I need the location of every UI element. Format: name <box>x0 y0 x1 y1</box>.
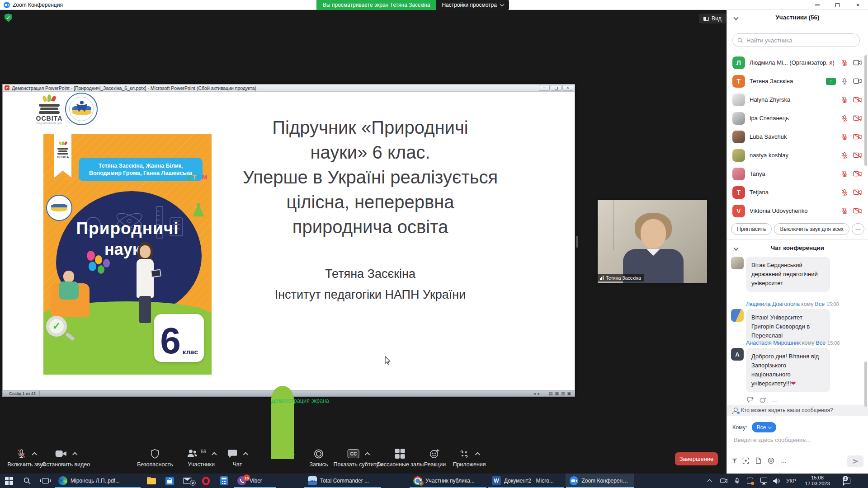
security-shield-icon[interactable]: ✓ <box>5 14 12 22</box>
participant-row[interactable]: V Viktoriia Udovychenko <box>727 202 868 220</box>
tray-volume-icon[interactable] <box>770 474 782 488</box>
more-icon[interactable]: … <box>781 457 787 464</box>
task-view-button[interactable] <box>36 474 54 488</box>
end-meeting-button[interactable]: Завершение <box>675 452 718 465</box>
taskbar-calculator[interactable] <box>215 474 232 488</box>
tray-camera-icon[interactable] <box>718 474 730 488</box>
taskbar-store[interactable] <box>161 474 178 488</box>
invite-button[interactable]: Пригласить <box>731 223 772 235</box>
chevron-up-icon[interactable] <box>32 452 37 457</box>
ppt-close-button[interactable]: × <box>562 85 573 91</box>
recipient[interactable]: Все <box>816 340 826 346</box>
toolbar-record[interactable]: Запись <box>309 448 328 468</box>
action-center-button[interactable]: 2 <box>839 474 854 488</box>
toolbar-stop-video[interactable]: Остановить видео <box>42 448 90 468</box>
toolbar-breakout-rooms[interactable]: Сессионные залы <box>377 448 424 468</box>
chevron-up-icon[interactable] <box>243 452 248 457</box>
toolbar-participants[interactable]: 56 Участники <box>186 448 216 468</box>
slide-title-line: цілісна, неперервна <box>187 190 553 215</box>
ppt-view-controls[interactable]: ◂▸▤▦▥▣ <box>533 390 571 397</box>
cover-authors-line: Володимир Грома, Ганна Лашевська <box>79 170 203 176</box>
taskbar-viber[interactable]: 16 Viber <box>233 474 277 488</box>
chevron-up-icon[interactable] <box>72 452 77 457</box>
taskbar-total-commander[interactable]: TC Total Commander ... <box>304 474 382 488</box>
taskbar-edge-pdf[interactable]: Міронець Л.П..pdf... <box>54 474 141 488</box>
chevron-up-icon <box>707 479 712 484</box>
camera-icon <box>55 449 67 458</box>
mail-badge: 2 <box>190 480 196 486</box>
send-button[interactable] <box>847 455 863 467</box>
view-button[interactable]: Вид <box>699 14 726 23</box>
taskbar-opera[interactable] <box>197 474 214 488</box>
start-button[interactable] <box>0 474 18 488</box>
participant-row[interactable]: Tanya <box>727 164 868 183</box>
taskbar-word[interactable]: W Документ2 - Micro... <box>488 474 565 488</box>
participants-scrollbar[interactable] <box>864 55 867 166</box>
search-input[interactable] <box>745 37 855 44</box>
participant-row[interactable]: Л Людмила Мі... (Организатор, я) <box>727 53 868 72</box>
chevron-up-icon[interactable] <box>365 452 370 457</box>
powerpoint-window-controls: × <box>539 85 573 91</box>
recipient[interactable]: Все <box>815 301 825 307</box>
participant-row[interactable]: T Tetjana <box>727 183 868 202</box>
screenshot-icon[interactable] <box>742 457 749 464</box>
close-button[interactable]: × <box>848 0 868 10</box>
clock[interactable]: 15:08 17.03.2023 <box>801 474 834 488</box>
chevron-up-icon[interactable] <box>212 452 217 457</box>
participant-row[interactable]: Luba Savchuk <box>727 127 868 146</box>
taskbar-search-button[interactable] <box>18 474 36 488</box>
zoom-app-icon <box>4 2 10 8</box>
heart-emoji: ❤ <box>791 380 796 387</box>
flask-icon <box>193 203 204 216</box>
more-icon[interactable]: … <box>772 397 778 404</box>
taskbar-mail[interactable]: 2 <box>179 474 196 488</box>
minimize-button[interactable] <box>807 0 827 10</box>
sender-name[interactable]: Людмила Довгопола <box>746 301 800 307</box>
toolbar-unmute[interactable]: Включить звук <box>7 448 45 468</box>
tray-app-notification-icon[interactable] <box>744 474 756 488</box>
toolbar-share-screen[interactable]: ↑ Демонстрация экрана <box>271 448 294 459</box>
file-icon[interactable] <box>755 457 761 464</box>
speaker-video-tile[interactable]: Тетяна Засєкіна <box>598 200 707 283</box>
reply-icon[interactable] <box>747 397 754 404</box>
panel-resize-handle[interactable] <box>576 236 578 248</box>
mute-all-button[interactable]: Выключить звук для всех <box>774 223 849 235</box>
format-text-icon[interactable]: T∕ <box>732 457 736 464</box>
ppt-restore-button[interactable] <box>551 85 561 91</box>
view-options-button[interactable]: Настройки просмотра <box>436 0 509 10</box>
toolbar-apps[interactable]: Приложения <box>453 448 486 468</box>
chevron-up-icon[interactable] <box>475 452 480 457</box>
chat-scrollbar[interactable] <box>864 361 867 407</box>
emoji-icon[interactable] <box>768 457 774 464</box>
more-options-button[interactable]: ⋯ <box>852 223 864 235</box>
camera-off-icon <box>853 115 862 122</box>
taskbar-zoom[interactable]: Zoom Конференция <box>566 474 634 488</box>
maximize-button[interactable] <box>827 0 848 10</box>
sender-name[interactable]: Анастасія Мирошник <box>746 340 801 346</box>
toolbar-security[interactable]: Безопасность <box>137 448 173 468</box>
balloon <box>98 265 104 274</box>
participant-row[interactable]: Т Тетяна Засєкіна ↑ <box>727 72 868 90</box>
participant-row[interactable]: Halyna Zhyrska <box>727 90 868 109</box>
participant-search[interactable] <box>732 33 860 47</box>
toolbar-reactions[interactable]: Реакции <box>424 448 446 468</box>
recipient-select[interactable]: Все <box>752 422 777 432</box>
tray-display-icon[interactable] <box>758 474 769 488</box>
tray-expand-button[interactable] <box>703 474 715 488</box>
toolbar-chat[interactable]: Чат <box>227 448 248 468</box>
chat-message-input[interactable] <box>733 436 862 444</box>
slide-title-line: Уперше в Україні реалізується <box>187 165 553 190</box>
language-indicator[interactable]: УКР <box>783 474 799 488</box>
taskbar-file-explorer[interactable] <box>143 474 160 488</box>
add-reaction-icon[interactable] <box>760 397 767 404</box>
tray-mic-icon[interactable] <box>731 474 742 488</box>
chat-input-area[interactable] <box>733 436 862 444</box>
ppt-minimize-button[interactable] <box>539 85 550 91</box>
participant-row[interactable]: nastya koshlay <box>727 146 868 164</box>
powerpoint-titlebar[interactable]: P Демонстрация PowerPoint - [Природничі_… <box>3 84 575 92</box>
viewing-screen-banner: Вы просматриваете экран Тетяна Засєкіна <box>316 0 436 10</box>
participant-row[interactable]: Іра Степанець <box>727 109 868 127</box>
taskbar-chrome[interactable]: л Участник публика... <box>409 474 487 488</box>
message-bubble: Вітаю! Університет Григорія Сковороди в … <box>746 309 830 344</box>
viber-badge: 16 <box>243 474 250 481</box>
